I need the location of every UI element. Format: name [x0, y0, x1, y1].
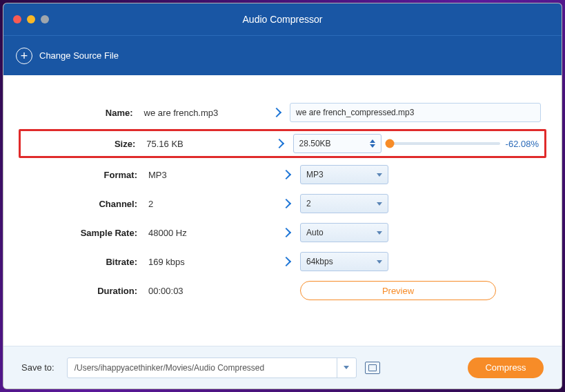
- save-to-label: Save to:: [21, 362, 54, 373]
- chevron-down-icon: [344, 366, 349, 369]
- bitrate-label: Bitrate:: [24, 257, 148, 267]
- row-format: Format: MP3 MP3: [24, 165, 541, 184]
- add-icon[interactable]: +: [16, 48, 32, 64]
- arrow-icon: [272, 200, 300, 207]
- window-title: Audio Compressor: [3, 14, 562, 25]
- channel-source-value: 2: [148, 199, 272, 209]
- size-reduction-percent: -62.08%: [506, 139, 539, 149]
- chevron-down-icon: [377, 202, 382, 206]
- close-icon[interactable]: [13, 15, 21, 23]
- toolbar: + Change Source File: [3, 35, 562, 75]
- format-select[interactable]: MP3: [300, 165, 388, 184]
- sample-rate-label: Sample Rate:: [24, 228, 148, 238]
- app-window: Audio Compressor + Change Source File Na…: [3, 3, 562, 389]
- sample-rate-source-value: 48000 Hz: [148, 228, 272, 238]
- row-sample-rate: Sample Rate: 48000 Hz Auto: [24, 223, 541, 242]
- main-content: Name: we are french.mp3 we are french_co…: [3, 75, 562, 346]
- footer-bar: Save to: /Users/ihappyacethinker/Movies/…: [3, 346, 562, 389]
- save-path-combo[interactable]: /Users/ihappyacethinker/Movies/Audio Com…: [67, 357, 357, 378]
- format-source-value: MP3: [148, 170, 272, 180]
- row-channel: Channel: 2 2: [24, 194, 541, 213]
- stepper-down-icon[interactable]: [370, 144, 375, 148]
- row-duration: Duration: 00:00:03 Preview: [24, 281, 541, 300]
- size-source-value: 75.16 KB: [146, 139, 266, 149]
- window-controls: [13, 15, 49, 23]
- minimize-icon[interactable]: [27, 15, 35, 23]
- preview-button[interactable]: Preview: [300, 281, 496, 300]
- stepper-up-icon[interactable]: [370, 139, 375, 143]
- channel-select[interactable]: 2: [300, 194, 388, 213]
- save-path-text: /Users/ihappyacethinker/Movies/Audio Com…: [68, 363, 337, 373]
- output-filename-input[interactable]: we are french_compressed.mp3: [290, 103, 541, 122]
- size-slider[interactable]: [390, 142, 500, 145]
- maximize-icon: [41, 15, 49, 23]
- duration-value: 00:00:03: [148, 286, 272, 296]
- chevron-down-icon: [377, 260, 382, 264]
- chevron-down-icon: [377, 231, 382, 235]
- slider-thumb-icon[interactable]: [385, 139, 394, 148]
- size-row-highlight: Size: 75.16 KB 28.50KB: [19, 129, 546, 158]
- title-bar: Audio Compressor: [3, 3, 562, 35]
- row-size: Size: 75.16 KB 28.50KB: [26, 134, 539, 153]
- row-name: Name: we are french.mp3 we are french_co…: [24, 103, 541, 122]
- arrow-icon: [272, 171, 300, 178]
- bitrate-select[interactable]: 64kbps: [300, 252, 388, 271]
- arrow-icon: [264, 109, 290, 116]
- arrow-icon: [266, 140, 293, 147]
- duration-label: Duration:: [24, 286, 148, 296]
- format-label: Format:: [24, 170, 148, 180]
- save-path-dropdown[interactable]: [337, 358, 356, 378]
- compress-button[interactable]: Compress: [468, 357, 544, 378]
- open-folder-icon[interactable]: [365, 362, 380, 374]
- bitrate-source-value: 169 kbps: [148, 257, 272, 267]
- change-source-button[interactable]: Change Source File: [39, 50, 119, 61]
- sample-rate-select[interactable]: Auto: [300, 223, 388, 242]
- target-size-stepper[interactable]: 28.50KB: [293, 134, 381, 153]
- name-source-value: we are french.mp3: [144, 108, 264, 118]
- name-label: Name:: [24, 108, 144, 118]
- arrow-icon: [272, 229, 300, 236]
- channel-label: Channel:: [24, 199, 148, 209]
- size-label: Size:: [26, 139, 146, 149]
- arrow-icon: [272, 258, 300, 265]
- chevron-down-icon: [377, 173, 382, 177]
- row-bitrate: Bitrate: 169 kbps 64kbps: [24, 252, 541, 271]
